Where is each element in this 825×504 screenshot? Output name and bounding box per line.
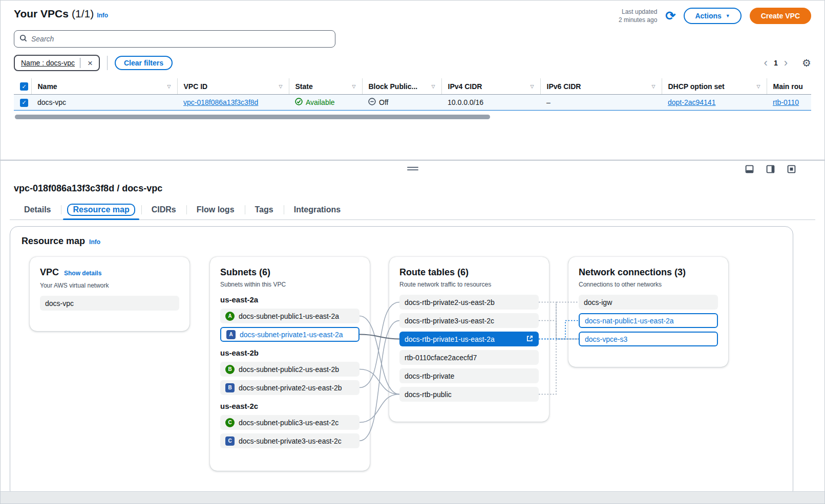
column-header-dhcp-option-set[interactable]: DHCP option set▽ [662,78,767,94]
divider [107,56,108,70]
panel-maximize-icon[interactable] [787,165,796,173]
table-settings-button[interactable]: ⚙ [802,58,811,68]
tab-integrations[interactable]: Integrations [284,200,351,220]
clear-filters-button[interactable]: Clear filters [115,56,173,70]
subnets-column-subtitle: Subnets within this VPC [220,280,359,289]
subnet-item-public1[interactable]: A docs-subnet-public1-us-east-2a [220,309,359,323]
filter-icon[interactable]: ▽ [279,84,283,89]
route-table-item[interactable]: docs-rtb-public [399,387,539,402]
route-table-item-selected[interactable]: docs-rtb-private1-us-east-2a [399,332,539,346]
vpc-id-link[interactable]: vpc-018f086a13f3c3f8d [183,98,258,106]
status-text: Available [306,98,335,106]
create-vpc-button[interactable]: Create VPC [750,8,811,24]
resource-map-header: Resource map Info [10,227,793,247]
filter-icon[interactable]: ▽ [652,84,655,89]
subnet-item-public2[interactable]: B docs-subnet-public2-us-east-2b [220,362,359,377]
external-link-icon[interactable] [526,335,534,344]
check-icon: ✓ [22,100,26,105]
column-header-block-public[interactable]: Block Public...▽ [362,78,441,94]
cell-ipv6-cidr: – [540,94,662,110]
tab-flow-logs[interactable]: Flow logs [186,200,245,220]
private-subnet-badge: C [225,436,235,446]
private-subnet-badge: B [225,383,235,392]
refresh-icon: ⟳ [665,9,675,23]
main-route-table-link[interactable]: rtb-0110 [773,98,799,106]
refresh-button[interactable]: ⟳ [665,10,675,22]
search-row [14,30,811,48]
off-icon [368,98,376,107]
subnet-item-private2[interactable]: B docs-subnet-private2-us-east-2b [220,380,359,395]
column-header-main-route-table[interactable]: Main rou [767,78,811,94]
vpc-item[interactable]: docs-vpc [40,296,179,311]
caret-down-icon: ▼ [726,14,730,18]
select-all-checkbox[interactable]: ✓ [20,82,28,91]
route-table-item[interactable]: rtb-0110cface2acecfd7 [399,350,539,365]
route-table-item[interactable]: docs-rtb-private2-us-east-2b [399,295,539,310]
horizontal-scrollbar [14,115,811,119]
tab-details[interactable]: Details [14,200,61,220]
show-details-link[interactable]: Show details [64,267,101,279]
resource-map-body: VPC Show details Your AWS virtual networ… [10,247,793,492]
previous-page-button[interactable]: ‹ [764,57,768,69]
filter-icon[interactable]: ▽ [432,84,435,89]
cell-name: docs-vpc [31,94,177,110]
network-connection-item-igw[interactable]: docs-igw [579,295,718,310]
public-subnet-badge: C [225,418,235,427]
filter-token-label[interactable]: Name : docs-vpc [21,59,75,67]
resource-map-card: Resource map Info [10,226,793,498]
route-table-label: docs-rtb-private1-us-east-2a [405,335,495,343]
tab-tags[interactable]: Tags [245,200,284,220]
network-connections-column: Network connections (3) Connections to o… [568,257,728,367]
split-panel-drag-handle[interactable] [407,165,418,172]
route-table-item[interactable]: docs-rtb-private3-us-east-2c [399,313,539,328]
next-page-button[interactable]: › [784,57,788,69]
network-connection-item-nat[interactable]: docs-nat-public1-us-east-2a [579,313,718,328]
public-subnet-badge: A [225,312,235,321]
subnet-item-public3[interactable]: C docs-subnet-public3-us-east-2c [220,415,359,430]
column-header-vpc-id[interactable]: VPC ID▽ [177,78,289,94]
panel-bottom-layout-icon[interactable] [745,165,754,173]
panel-side-layout-icon[interactable] [766,165,775,173]
vpc-table: ✓ Name▽ VPC ID▽ State▽ Block Public...▽ … [14,78,811,111]
bottom-scrollbar-strip [1,491,824,503]
info-link[interactable]: Info [97,12,108,19]
subnet-label: docs-subnet-private1-us-east-2a [240,331,343,339]
remove-filter-button[interactable]: × [86,59,95,68]
actions-button[interactable]: Actions ▼ [684,8,741,24]
column-header-state[interactable]: State▽ [289,78,362,94]
route-table-item[interactable]: docs-rtb-private [399,368,539,383]
subnet-label: docs-subnet-public1-us-east-2a [239,312,339,320]
actions-button-label: Actions [695,12,721,20]
tab-cidrs[interactable]: CIDRs [141,200,186,220]
subnet-label: docs-subnet-private3-us-east-2c [239,437,342,445]
subnet-item-private1[interactable]: A docs-subnet-private1-us-east-2a [220,327,359,342]
column-header-ipv6-cidr[interactable]: IPv6 CIDR▽ [540,78,662,94]
route-tables-column-subtitle: Route network traffic to resources [399,280,539,289]
last-updated-value: 2 minutes ago [619,16,657,24]
filter-icon[interactable]: ▽ [757,84,760,89]
az-header: us-east-2c [220,401,359,411]
filter-icon[interactable]: ▽ [167,84,171,89]
filter-icon[interactable]: ▽ [352,84,356,89]
search-box [14,30,335,48]
column-header-ipv4-cidr[interactable]: IPv4 CIDR▽ [441,78,540,94]
column-header-name[interactable]: Name▽ [31,78,177,94]
current-page[interactable]: 1 [774,59,778,67]
horizontal-scrollbar-thumb[interactable] [15,115,490,119]
table-row[interactable]: ✓ docs-vpc vpc-018f086a13f3c3f8d Availab… [14,94,811,110]
network-connection-item-vpce[interactable]: docs-vpce-s3 [579,332,718,346]
chevron-right-icon: › [784,56,788,69]
dhcp-option-set-link[interactable]: dopt-2ac94141 [668,98,715,106]
row-checkbox[interactable]: ✓ [20,99,28,107]
tab-resource-map[interactable]: Resource map [61,200,141,220]
network-connections-column-subtitle: Connections to other networks [579,280,718,289]
filter-icon[interactable]: ▽ [531,84,534,89]
check-icon: ✓ [22,84,26,90]
subnet-item-private3[interactable]: C docs-subnet-private3-us-east-2c [220,433,359,448]
az-group-us-east-2a: us-east-2a A docs-subnet-public1-us-east… [220,295,359,342]
search-input[interactable] [31,35,330,43]
az-header: us-east-2b [220,348,359,358]
resource-map-info-link[interactable]: Info [89,238,100,246]
resource-map-title: Resource map [22,236,85,247]
split-panel-divider [1,160,824,177]
